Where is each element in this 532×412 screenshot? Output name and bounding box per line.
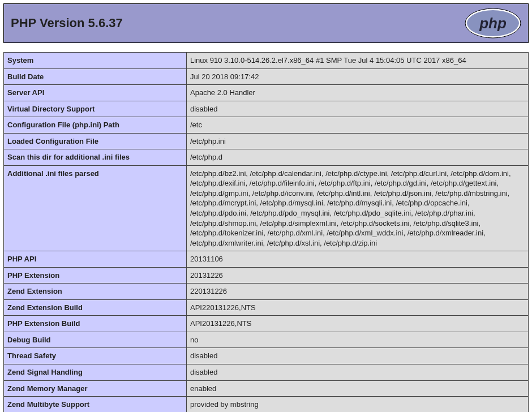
info-value: no: [187, 332, 529, 348]
info-table-body: SystemLinux 910 3.10.0-514.26.2.el7.x86_…: [4, 53, 529, 413]
php-logo-text: php: [479, 15, 507, 32]
info-value: Linux 910 3.10.0-514.26.2.el7.x86_64 #1 …: [187, 53, 529, 69]
info-key: PHP Extension Build: [4, 316, 187, 332]
php-logo: php: [465, 8, 521, 38]
info-value: disabled: [187, 101, 529, 117]
info-value: /etc/php.ini: [187, 133, 529, 149]
info-key: PHP API: [4, 251, 187, 268]
info-row: Configuration File (php.ini) Path/etc: [4, 117, 529, 134]
info-value: /etc/php.d/bz2.ini, /etc/php.d/calendar.…: [187, 165, 529, 251]
info-row: Zend Memory Managerenabled: [4, 380, 529, 397]
info-key: Server API: [4, 85, 187, 101]
info-key: Zend Multibyte Support: [4, 397, 187, 412]
info-value: Jul 20 2018 09:17:42: [187, 68, 529, 85]
info-row: Scan this dir for additional .ini files/…: [4, 149, 529, 166]
info-key: Build Date: [4, 68, 187, 85]
info-value: 220131226: [187, 284, 529, 300]
phpinfo-page: PHP Version 5.6.37 php SystemLinux 910 3…: [0, 0, 532, 412]
info-row: PHP Extension BuildAPI20131226,NTS: [4, 316, 529, 332]
info-key: Thread Safety: [4, 348, 187, 364]
info-row: Thread Safetydisabled: [4, 348, 529, 364]
info-row: PHP API20131106: [4, 251, 529, 268]
info-row: PHP Extension20131226: [4, 267, 529, 284]
page-title: PHP Version 5.6.37: [11, 16, 123, 31]
info-value: 20131106: [187, 251, 529, 268]
info-key: Zend Extension Build: [4, 299, 187, 316]
info-table: SystemLinux 910 3.10.0-514.26.2.el7.x86_…: [3, 52, 529, 412]
info-value: disabled: [187, 348, 529, 364]
info-key: Loaded Configuration File: [4, 133, 187, 149]
info-value: Apache 2.0 Handler: [187, 85, 529, 101]
info-row: Additional .ini files parsed/etc/php.d/b…: [4, 165, 529, 251]
info-row: Zend Extension BuildAPI220131226,NTS: [4, 299, 529, 316]
header-bar: PHP Version 5.6.37 php: [3, 3, 529, 43]
info-value: /etc: [187, 117, 529, 134]
info-value: enabled: [187, 380, 529, 397]
info-key: Zend Memory Manager: [4, 380, 187, 397]
info-key: Additional .ini files parsed: [4, 165, 187, 251]
info-key: Debug Build: [4, 332, 187, 348]
info-key: PHP Extension: [4, 267, 187, 284]
info-key: Scan this dir for additional .ini files: [4, 149, 187, 166]
info-key: Zend Signal Handling: [4, 364, 187, 381]
info-row: Zend Extension220131226: [4, 284, 529, 300]
info-key: Virtual Directory Support: [4, 101, 187, 117]
info-key: System: [4, 53, 187, 69]
info-key: Zend Extension: [4, 284, 187, 300]
info-value: disabled: [187, 364, 529, 381]
info-value: API20131226,NTS: [187, 316, 529, 332]
info-row: Server APIApache 2.0 Handler: [4, 85, 529, 101]
info-key: Configuration File (php.ini) Path: [4, 117, 187, 134]
info-row: Debug Buildno: [4, 332, 529, 348]
info-row: Zend Signal Handlingdisabled: [4, 364, 529, 381]
info-row: Virtual Directory Supportdisabled: [4, 101, 529, 117]
info-row: Build DateJul 20 2018 09:17:42: [4, 68, 529, 85]
info-value: 20131226: [187, 267, 529, 284]
info-value: API220131226,NTS: [187, 299, 529, 316]
info-row: SystemLinux 910 3.10.0-514.26.2.el7.x86_…: [4, 53, 529, 69]
info-value: provided by mbstring: [187, 397, 529, 412]
info-row: Loaded Configuration File/etc/php.ini: [4, 133, 529, 149]
info-row: Zend Multibyte Supportprovided by mbstri…: [4, 397, 529, 412]
info-value: /etc/php.d: [187, 149, 529, 166]
